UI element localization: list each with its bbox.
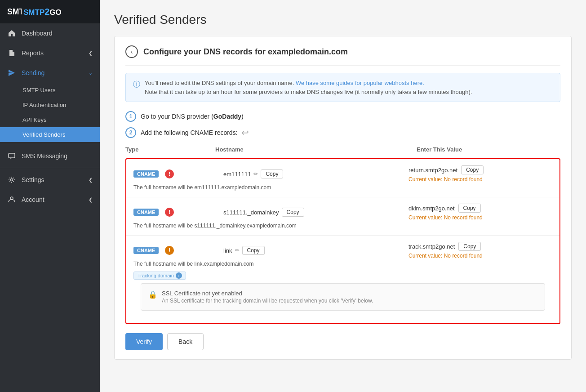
dns-record-2-row: CNAME ! link ✏ Copy track.smtp2go.net Co… xyxy=(133,242,552,259)
back-button[interactable]: Back xyxy=(167,333,204,350)
back-header-button[interactable]: ‹ xyxy=(125,45,138,58)
logo: SMTP SMTP2GO xyxy=(0,0,100,23)
record-1-enter-value: dkim.smtp2go.net Copy xyxy=(408,204,552,213)
step-1: 1 Go to your DNS provider (GoDaddy) xyxy=(125,111,560,122)
gear-icon xyxy=(7,175,16,184)
hostname-2-text: link xyxy=(223,247,232,254)
col-hostname: Hostname xyxy=(215,146,417,153)
main-card: ‹ Configure your DNS records for example… xyxy=(114,36,572,360)
sidebar-item-settings[interactable]: Settings ❮ xyxy=(0,170,100,190)
tracking-badge-container: Tracking domain i xyxy=(133,270,552,280)
record-0-type-cell: CNAME ! xyxy=(133,169,223,178)
tracking-badge-text: Tracking domain xyxy=(138,273,174,278)
tracking-badge: Tracking domain i xyxy=(133,272,186,280)
copy-hostname-2-button[interactable]: Copy xyxy=(242,246,265,255)
record-0-enter-value: return.smtp2go.net Copy xyxy=(408,165,552,174)
sidebar-sub-verified-senders[interactable]: Verified Senders xyxy=(0,127,100,142)
cname-badge-1: CNAME xyxy=(133,209,159,216)
account-label: Account xyxy=(22,196,44,203)
settings-chevron: ❮ xyxy=(89,177,93,183)
copy-hostname-0-button[interactable]: Copy xyxy=(261,169,283,178)
record-0-hostname: em111111 ✏ Copy xyxy=(223,169,408,178)
current-value-1: Current value: No record found xyxy=(408,214,552,221)
sidebar-item-sms[interactable]: SMS Messaging xyxy=(0,146,100,166)
sidebar: SMTP SMTP2GO Dashboard Reports ❮ Sending… xyxy=(0,0,100,392)
warning-icon-2: ! xyxy=(165,246,174,255)
record-2-hostname: link ✏ Copy xyxy=(223,246,408,255)
record-1-type-cell: CNAME ! xyxy=(133,208,223,217)
ssl-box: 🔒 SSL Certificate not yet enabled An SSL… xyxy=(141,283,545,311)
record-0-full-hostname: The full hostname will be em111111.examp… xyxy=(133,184,552,191)
info-box: ⓘ You'll need to edit the DNS settings o… xyxy=(125,73,560,102)
copy-value-2-button[interactable]: Copy xyxy=(458,242,481,251)
copy-value-1-button[interactable]: Copy xyxy=(458,204,481,213)
smtp-users-label: SMTP Users xyxy=(22,87,55,94)
current-value-0: Current value: No record found xyxy=(408,176,552,183)
step-2-text: Add the following CNAME records: xyxy=(141,129,238,136)
main-content: Verified Senders ‹ Configure your DNS re… xyxy=(100,0,586,392)
verify-button[interactable]: Verify xyxy=(125,333,163,350)
send-icon xyxy=(7,68,16,77)
sending-chevron: ⌄ xyxy=(89,70,93,76)
sidebar-sub-api-keys[interactable]: API Keys xyxy=(0,112,100,127)
record-1-value-cell: dkim.smtp2go.net Copy Current value: No … xyxy=(408,204,552,221)
svg-point-2 xyxy=(11,179,13,181)
step-2: 2 Add the following CNAME records: ↩ xyxy=(125,127,560,138)
info-link[interactable]: We have some guides for popular webhosts… xyxy=(296,80,424,86)
reports-chevron: ❮ xyxy=(89,50,93,56)
edit-icon-0[interactable]: ✏ xyxy=(253,171,258,177)
dns-record-0: CNAME ! em111111 ✏ Copy return.smtp2go.n… xyxy=(126,159,559,197)
dns-records-container: CNAME ! em111111 ✏ Copy return.smtp2go.n… xyxy=(125,158,560,324)
record-2-full-hostname: The full hostname will be link.exampledo… xyxy=(133,261,552,267)
dns-record-1: CNAME ! s111111._domainkey Copy dkim.smt… xyxy=(126,197,559,236)
info-text-1: You'll need to edit the DNS settings of … xyxy=(145,80,294,86)
lock-icon: 🔒 xyxy=(148,290,157,299)
page-title: Verified Senders xyxy=(114,13,572,27)
sidebar-item-account[interactable]: Account ❮ xyxy=(0,190,100,209)
api-keys-label: API Keys xyxy=(22,116,46,123)
record-1-full-hostname: The full hostname will be s111111._domai… xyxy=(133,223,552,229)
home-icon xyxy=(7,29,16,38)
account-chevron: ❮ xyxy=(89,197,93,203)
record-0-value-cell: return.smtp2go.net Copy Current value: N… xyxy=(408,165,552,183)
sidebar-sub-ip-auth[interactable]: IP Authentication xyxy=(0,98,100,112)
info-text-2: Note that it can take up to an hour for … xyxy=(145,89,472,95)
dns-record-2: CNAME ! link ✏ Copy track.smtp2go.net Co… xyxy=(126,236,559,323)
info-icon: ⓘ xyxy=(133,79,140,90)
edit-icon-2[interactable]: ✏ xyxy=(235,247,240,254)
sidebar-item-sending[interactable]: Sending ⌄ xyxy=(0,63,100,83)
error-icon-0: ! xyxy=(165,169,174,178)
record-2-enter-value: track.smtp2go.net Copy xyxy=(408,242,552,251)
dns-table-header: Type Hostname Enter This Value xyxy=(125,143,560,156)
col-value: Enter This Value xyxy=(417,146,560,153)
current-value-2: Current value: No record found xyxy=(408,253,552,259)
dns-record-1-row: CNAME ! s111111._domainkey Copy dkim.smt… xyxy=(133,204,552,221)
copy-value-0-button[interactable]: Copy xyxy=(461,165,484,174)
enter-value-1-text: dkim.smtp2go.net xyxy=(408,205,455,212)
sms-label: SMS Messaging xyxy=(22,152,67,160)
col-type: Type xyxy=(125,146,215,153)
sidebar-item-reports[interactable]: Reports ❮ xyxy=(0,43,100,63)
enter-value-2-text: track.smtp2go.net xyxy=(408,243,455,250)
back-header: ‹ Configure your DNS records for example… xyxy=(125,45,560,66)
sidebar-label-sending: Sending xyxy=(22,69,44,76)
svg-point-3 xyxy=(10,197,13,200)
copy-hostname-1-button[interactable]: Copy xyxy=(282,208,304,217)
sidebar-sub-smtp-users[interactable]: SMTP Users xyxy=(0,83,100,98)
cname-badge-0: CNAME xyxy=(133,170,159,178)
record-2-type-cell: CNAME ! xyxy=(133,246,223,255)
tracking-info-icon: i xyxy=(176,272,182,279)
dns-record-0-row: CNAME ! em111111 ✏ Copy return.smtp2go.n… xyxy=(133,165,552,183)
user-icon xyxy=(7,195,16,204)
hostname-0-text: em111111 xyxy=(223,171,251,178)
ssl-desc: An SSL certificate for the tracking doma… xyxy=(162,298,373,304)
sidebar-item-dashboard[interactable]: Dashboard xyxy=(0,23,100,43)
sidebar-label-dashboard: Dashboard xyxy=(22,30,53,37)
settings-label: Settings xyxy=(22,176,44,183)
file-icon xyxy=(7,49,16,58)
info-text: You'll need to edit the DNS settings of … xyxy=(145,79,472,96)
svg-rect-1 xyxy=(9,153,15,158)
enter-value-0-text: return.smtp2go.net xyxy=(408,167,457,174)
step-1-text: Go to your DNS provider (GoDaddy) xyxy=(141,113,244,120)
error-icon-1: ! xyxy=(165,208,174,217)
